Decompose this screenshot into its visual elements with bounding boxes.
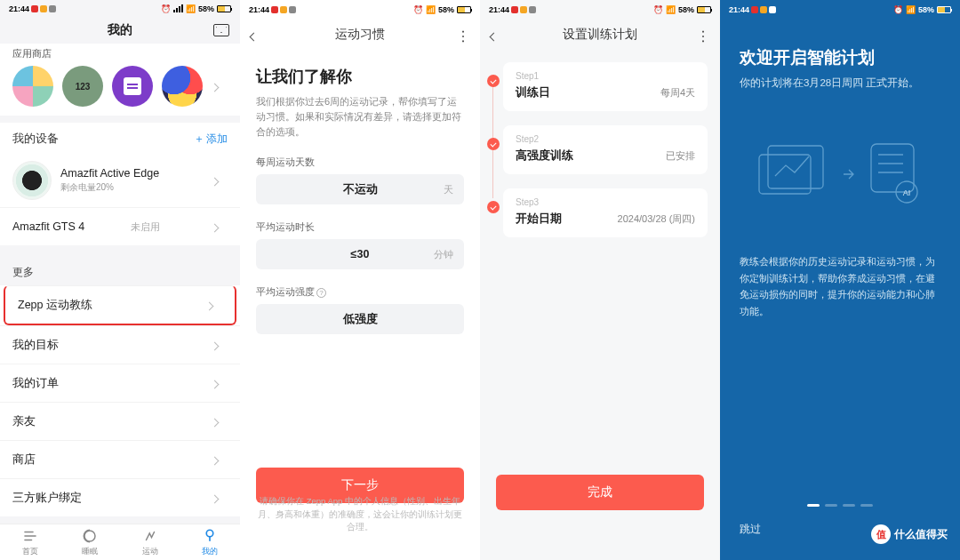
- tab-home[interactable]: 首页: [0, 524, 60, 560]
- svg-rect-3: [768, 146, 823, 188]
- menu-my-orders[interactable]: 我的订单: [0, 364, 240, 402]
- status-bar: 21:44 ⏰ 📶 58%: [0, 0, 240, 17]
- svg-rect-4: [871, 144, 914, 192]
- app-store-label: 应用商店: [0, 44, 240, 66]
- field-label-intensity: 平均运动强度?: [256, 285, 464, 299]
- nav-title: 运动习惯: [335, 27, 385, 43]
- svg-text:AI: AI: [903, 188, 911, 197]
- watch-image: [12, 161, 52, 200]
- menu-friends[interactable]: 亲友: [0, 402, 240, 440]
- tab-sleep[interactable]: 睡眠: [60, 524, 121, 560]
- chevron-right-icon: [212, 452, 228, 468]
- status-bar: 21:44 ⏰📶58%: [480, 0, 720, 20]
- inbox-icon[interactable]: [213, 24, 229, 36]
- welcome-subtitle: 你的计划将在3月28日周四 正式开始。: [740, 76, 940, 90]
- field-intensity-picker[interactable]: 低强度: [256, 304, 464, 334]
- welcome-heading: 欢迎开启智能计划: [740, 46, 940, 69]
- device-status: 未启用: [131, 220, 160, 234]
- svg-point-0: [84, 531, 95, 541]
- device-battery: 剩余电量20%: [60, 181, 203, 194]
- app-icon-balls[interactable]: [162, 66, 203, 107]
- status-time: 21:44: [9, 4, 29, 13]
- field-label-duration: 平均运动时长: [256, 220, 464, 234]
- field-duration-picker[interactable]: ≤30 分钟: [256, 239, 464, 269]
- menu-store[interactable]: 商店: [0, 440, 240, 478]
- section-more-label: 更多: [0, 252, 240, 285]
- status-indicators: ⏰ 📶 58%: [161, 4, 231, 13]
- step-card-start-date[interactable]: Step3 开始日期 2024/03/28 (周四): [503, 188, 708, 237]
- svg-point-1: [207, 530, 214, 537]
- watermark-smzdm: 值 什么值得买: [871, 524, 948, 544]
- check-icon: [487, 138, 500, 150]
- app-store-row[interactable]: 123: [0, 66, 240, 116]
- status-bar: 21:44 ⏰📶58%: [240, 0, 480, 20]
- nav-title: 设置训练计划: [563, 27, 637, 43]
- field-label-days: 每周运动天数: [256, 156, 464, 169]
- more-menu-icon[interactable]: ⋯: [455, 28, 472, 41]
- welcome-paragraph: 教练会根据你的历史运动记录和运动习惯，为你定制训练计划，帮助你养成运动习惯，在避…: [740, 253, 940, 320]
- help-icon[interactable]: ?: [316, 288, 326, 298]
- app-icon-123[interactable]: 123: [62, 66, 103, 107]
- tab-bar: 首页 睡眠 运动 我的: [0, 524, 240, 560]
- check-icon: [487, 75, 500, 87]
- device-row-gts4[interactable]: Amazfit GTS 4 未启用: [0, 207, 240, 245]
- chevron-right-icon: [212, 172, 228, 188]
- page-title: 我的: [108, 22, 132, 38]
- illustration: AI: [740, 125, 940, 223]
- chevron-right-icon: [212, 490, 228, 506]
- check-icon: [487, 201, 500, 213]
- add-device-button[interactable]: ＋添加: [194, 132, 228, 147]
- menu-my-goal[interactable]: 我的目标: [0, 325, 240, 364]
- chevron-right-icon: [212, 413, 228, 429]
- footnote: 请确保你在 Zepp App 中的个人信息（性别、出生年月、身高和体重）的准确度…: [256, 495, 464, 533]
- chevron-right-icon: [212, 375, 228, 391]
- page-header: 我的: [0, 17, 240, 44]
- step-card-training-days[interactable]: Step1 训练日 每周4天: [503, 62, 708, 111]
- page-indicator: [807, 504, 873, 507]
- chevron-right-icon: [206, 297, 222, 313]
- step-card-high-intensity[interactable]: Step2 高强度训练 已安排: [503, 125, 708, 174]
- app-icon-faces[interactable]: [12, 66, 53, 107]
- finish-button[interactable]: 完成: [496, 475, 704, 510]
- description: 我们根据你过去6周的运动记录，帮你填写了运动习惯。如果和实际情况有差异，请选择更…: [256, 94, 464, 140]
- device-name: Amazfit Active Edge: [60, 167, 203, 180]
- back-button[interactable]: [491, 26, 497, 44]
- device-row-active-edge[interactable]: Amazfit Active Edge 剩余电量20%: [0, 154, 240, 207]
- tab-sport[interactable]: 运动: [120, 524, 180, 560]
- chevron-right-icon: [212, 219, 228, 235]
- app-icon-calc[interactable]: [112, 66, 153, 107]
- more-menu-icon[interactable]: ⋯: [695, 28, 712, 41]
- my-devices-label: 我的设备: [12, 132, 59, 147]
- skip-button[interactable]: 跳过: [740, 522, 761, 537]
- back-button[interactable]: [251, 26, 257, 44]
- device-name: Amazfit GTS 4: [12, 220, 84, 233]
- nav-bar: 运动习惯 ⋯: [240, 20, 480, 50]
- nav-bar: 设置训练计划 ⋯: [480, 20, 720, 50]
- menu-thirdparty[interactable]: 三方账户绑定: [0, 478, 240, 516]
- chevron-right-icon: [212, 337, 228, 353]
- menu-zepp-coach[interactable]: Zepp 运动教练: [4, 285, 236, 325]
- tab-mine[interactable]: 我的: [180, 524, 241, 560]
- chevron-right-icon[interactable]: [212, 78, 228, 94]
- status-bar: 21:44 ⏰📶58%: [720, 0, 960, 20]
- heading: 让我们了解你: [256, 66, 464, 87]
- field-days-picker[interactable]: 不运动 天: [256, 174, 464, 204]
